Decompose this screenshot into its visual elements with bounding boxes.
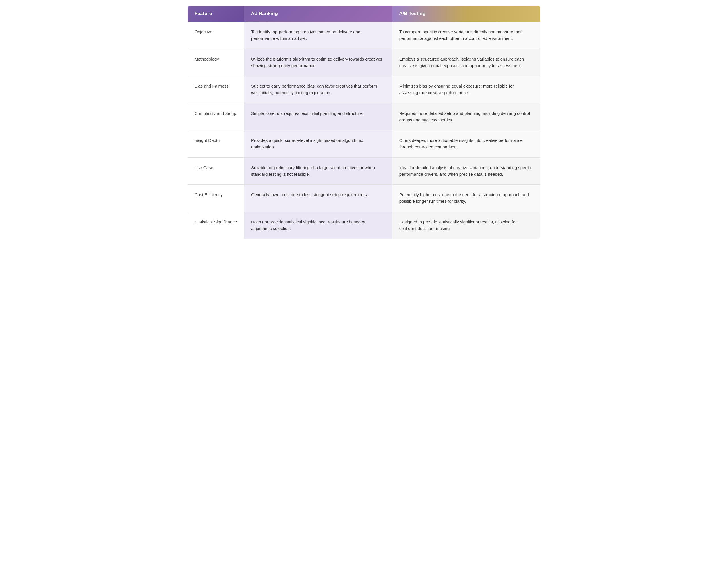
table-row: ObjectiveTo identify top-performing crea… (188, 22, 540, 49)
feature-cell: Methodology (188, 49, 244, 76)
table-row: Bias and FairnessSubject to early perfor… (188, 76, 540, 103)
table-row: Use CaseSuitable for preliminary filteri… (188, 157, 540, 184)
table-row: Cost EfficiencyGenerally lower cost due … (188, 184, 540, 212)
ad-ranking-cell: Does not provide statistical significanc… (244, 211, 392, 239)
feature-cell: Objective (188, 22, 244, 49)
ab-testing-cell: Ideal for detailed analysis of creative … (392, 157, 540, 184)
feature-cell: Bias and Fairness (188, 76, 244, 103)
ab-testing-cell: Requires more detailed setup and plannin… (392, 103, 540, 130)
ad-ranking-cell: Generally lower cost due to less stringe… (244, 184, 392, 212)
table-row: Insight DepthProvides a quick, surface-l… (188, 130, 540, 158)
ab-testing-cell: Designed to provide statistically signif… (392, 211, 540, 239)
ad-ranking-cell: Provides a quick, surface-level insight … (244, 130, 392, 158)
comparison-table: Feature Ad Ranking A/B Testing Objective… (188, 6, 540, 239)
ad-ranking-cell: Suitable for preliminary filtering of a … (244, 157, 392, 184)
ad-ranking-cell: Simple to set up; requires less initial … (244, 103, 392, 130)
ad-ranking-cell: To identify top-performing creatives bas… (244, 22, 392, 49)
ab-testing-cell: Minimizes bias by ensuring equal exposur… (392, 76, 540, 103)
table-row: Statistical SignificanceDoes not provide… (188, 211, 540, 239)
ad-ranking-cell: Subject to early performance bias; can f… (244, 76, 392, 103)
feature-cell: Insight Depth (188, 130, 244, 158)
ab-testing-header: A/B Testing (392, 6, 540, 22)
ab-testing-cell: Employs a structured approach, isolating… (392, 49, 540, 76)
feature-cell: Use Case (188, 157, 244, 184)
ad-ranking-header: Ad Ranking (244, 6, 392, 22)
ab-testing-cell: To compare specific creative variations … (392, 22, 540, 49)
table-row: Complexity and SetupSimple to set up; re… (188, 103, 540, 130)
table-row: MethodologyUtilizes the platform's algor… (188, 49, 540, 76)
ab-testing-cell: Offers deeper, more actionable insights … (392, 130, 540, 158)
ad-ranking-cell: Utilizes the platform's algorithm to opt… (244, 49, 392, 76)
feature-cell: Statistical Significance (188, 211, 244, 239)
ab-testing-cell: Potentially higher cost due to the need … (392, 184, 540, 212)
feature-cell: Complexity and Setup (188, 103, 244, 130)
feature-cell: Cost Efficiency (188, 184, 244, 212)
feature-header: Feature (188, 6, 244, 22)
